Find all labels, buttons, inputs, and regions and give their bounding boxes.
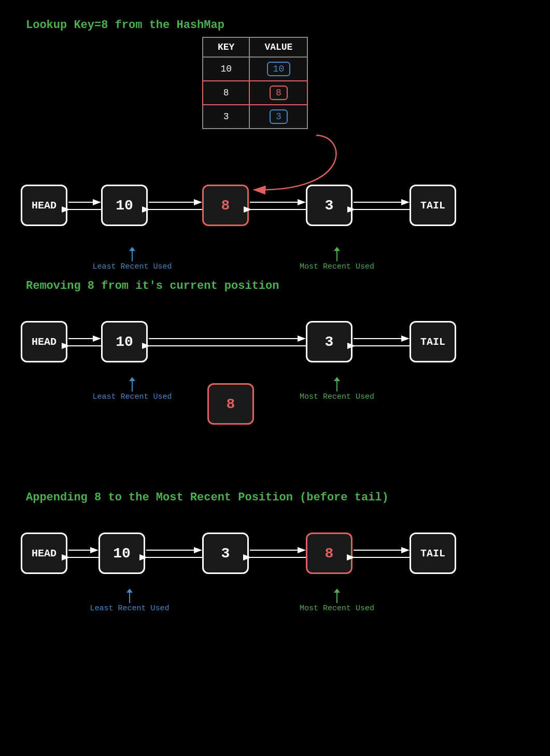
lru-arrow-3 [124,589,135,604]
svg-marker-40 [334,589,340,593]
s2-node-8-floating: 8 [207,383,254,425]
mru-arrow-3 [332,589,342,604]
lru-label-2: Least Recent Used [91,377,174,401]
val-8: 8 [249,81,307,105]
svg-marker-12 [129,247,135,251]
col-value: VALUE [249,37,307,57]
lru-label-3: Least Recent Used [88,589,171,613]
table-row-highlighted: 8 8 [203,81,307,105]
svg-marker-38 [126,589,133,593]
ll3-arrows [10,512,540,574]
mru-arrow-2 [332,377,342,393]
section2: Removing 8 from it's current position HE… [0,270,550,471]
section3-title: Appending 8 to the Most Recent Position … [10,482,540,504]
key-10: 10 [203,57,249,81]
lru-arrow-1 [127,247,137,262]
svg-marker-14 [334,247,340,251]
lru-arrow-2 [127,377,137,393]
table-row: 3 3 [203,105,307,129]
svg-marker-24 [129,377,135,381]
svg-marker-26 [334,377,340,381]
mru-arrow-1 [332,247,342,262]
col-key: KEY [203,37,249,57]
mru-label-1: Most Recent Used [293,247,381,271]
section1-title: Lookup Key=8 from the HashMap [10,9,540,32]
hashmap-table: KEY VALUE 10 10 8 8 3 3 [202,37,308,129]
section1: Lookup Key=8 from the HashMap KEY VALUE … [0,0,550,255]
section3: Appending 8 to the Most Recent Position … [0,482,550,678]
lru-label-1: Least Recent Used [91,247,174,271]
ll1-arrows [10,179,540,231]
val-10: 10 [249,57,307,81]
key-8: 8 [203,81,249,105]
mru-label-2: Most Recent Used [293,377,381,401]
ll2-arrows [10,300,540,362]
table-row: 10 10 [203,57,307,81]
section2-title: Removing 8 from it's current position [10,270,540,292]
val-3: 3 [249,105,307,129]
key-3: 3 [203,105,249,129]
mru-label-3: Most Recent Used [293,589,381,613]
